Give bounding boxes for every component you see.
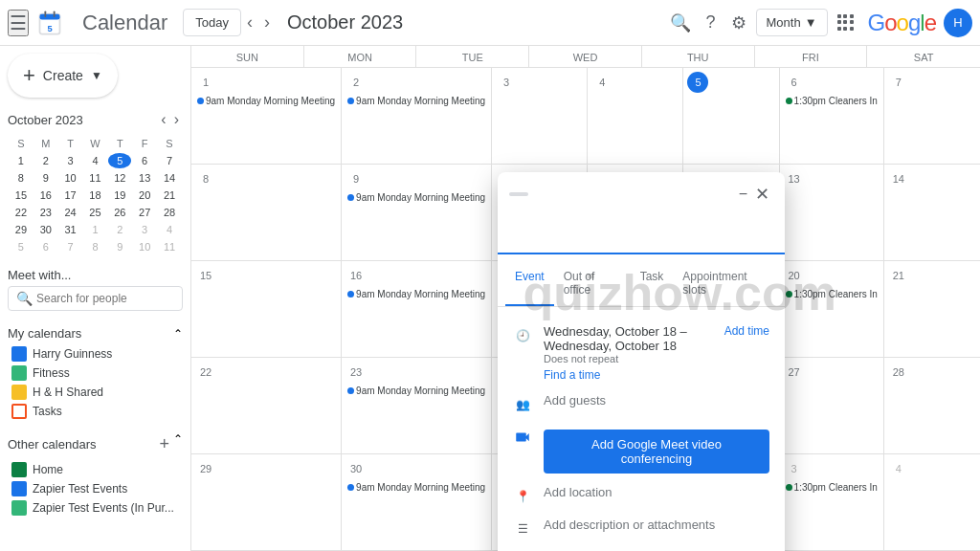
day-number[interactable]: 4 xyxy=(591,72,612,93)
mini-cal-day[interactable]: 21 xyxy=(158,187,181,203)
event-chip[interactable]: 9am Monday Morning Meeting xyxy=(195,95,337,107)
day-number[interactable]: 14 xyxy=(888,168,909,189)
find-time-link[interactable]: Find a time xyxy=(544,368,713,382)
calendar-checkbox[interactable] xyxy=(11,385,27,400)
calendar-day-cell[interactable]: 5 xyxy=(683,68,779,165)
day-number[interactable]: 3 xyxy=(496,72,517,93)
day-number[interactable]: 13 xyxy=(784,168,805,189)
today-button[interactable]: Today xyxy=(183,9,241,36)
calendar-day-cell[interactable]: 19am Monday Morning Meeting xyxy=(191,68,342,165)
mini-cal-day[interactable]: 28 xyxy=(158,205,181,220)
tab-task[interactable]: Task xyxy=(631,262,674,306)
mini-cal-day[interactable]: 15 xyxy=(10,187,33,203)
day-number[interactable]: 5 xyxy=(687,72,708,93)
day-number[interactable]: 15 xyxy=(195,265,216,286)
day-number[interactable]: 8 xyxy=(195,168,216,189)
event-chip[interactable]: 9am Monday Morning Meeting xyxy=(345,191,487,204)
mini-cal-day[interactable]: 2 xyxy=(34,153,57,168)
mini-cal-day[interactable]: 24 xyxy=(59,205,82,220)
day-number[interactable]: 16 xyxy=(345,265,367,286)
mini-cal-day[interactable]: 11 xyxy=(84,170,107,186)
mini-cal-day[interactable]: 5 xyxy=(108,153,131,168)
event-chip[interactable]: 9am Monday Morning Meeting xyxy=(345,288,487,300)
mini-cal-day[interactable]: 22 xyxy=(10,205,33,220)
other-calendars-header[interactable]: Other calendars + ⌃ xyxy=(8,429,183,460)
other-calendar-item[interactable]: Zapier Test Events (In Pur... xyxy=(8,498,183,518)
event-chip[interactable]: 1:30pm Cleaners In xyxy=(784,95,880,107)
calendar-checkbox[interactable] xyxy=(11,365,27,381)
mini-cal-day[interactable]: 5 xyxy=(10,239,33,254)
my-calendar-item[interactable]: Fitness xyxy=(8,364,183,383)
mini-prev-button[interactable]: ‹ xyxy=(157,109,169,130)
mini-cal-day[interactable]: 23 xyxy=(34,205,57,220)
mini-cal-day[interactable]: 30 xyxy=(34,222,57,237)
calendar-day-cell[interactable]: 8 xyxy=(191,165,342,261)
day-number[interactable]: 29 xyxy=(195,458,216,479)
menu-icon-button[interactable]: ☰ xyxy=(8,10,29,36)
mini-cal-day[interactable]: 1 xyxy=(10,153,33,168)
mini-cal-day[interactable]: 8 xyxy=(10,170,33,186)
mini-cal-day[interactable]: 3 xyxy=(133,222,156,237)
mini-cal-day[interactable]: 8 xyxy=(84,239,107,254)
mini-cal-day[interactable]: 4 xyxy=(158,222,181,237)
mini-cal-day[interactable]: 7 xyxy=(158,153,181,168)
location-text[interactable]: Add location xyxy=(544,485,612,499)
day-number[interactable]: 9 xyxy=(345,168,367,189)
dialog-minimize-button[interactable]: − xyxy=(735,182,751,207)
add-time-link[interactable]: Add time xyxy=(724,324,769,338)
mini-cal-day[interactable]: 26 xyxy=(108,205,131,220)
my-calendar-item[interactable]: Harry Guinness xyxy=(8,344,183,364)
calendar-checkbox[interactable] xyxy=(11,462,27,477)
day-number[interactable]: 4 xyxy=(888,458,909,479)
event-chip[interactable]: 1:30pm Cleaners In xyxy=(784,288,880,300)
day-number[interactable]: 30 xyxy=(345,458,367,479)
mini-cal-day[interactable]: 16 xyxy=(34,187,57,203)
calendar-day-cell[interactable]: 4 xyxy=(884,454,980,551)
search-icon-button[interactable]: 🔍 xyxy=(664,7,697,39)
calendar-day-cell[interactable]: 3 xyxy=(492,68,588,165)
mini-cal-day[interactable]: 6 xyxy=(133,153,156,168)
event-title-input[interactable]: Meeting with Deb xyxy=(498,216,785,254)
calendar-day-cell[interactable]: 28 xyxy=(884,358,980,454)
mini-cal-day[interactable]: 14 xyxy=(158,170,181,186)
mini-cal-day[interactable]: 12 xyxy=(108,170,131,186)
mini-cal-day[interactable]: 17 xyxy=(59,187,82,203)
mini-next-button[interactable]: › xyxy=(170,109,183,130)
day-number[interactable]: 2 xyxy=(345,72,367,93)
mini-cal-day[interactable]: 29 xyxy=(10,222,33,237)
calendar-day-cell[interactable]: 309am Monday Morning Meeting xyxy=(342,454,492,551)
mini-cal-day[interactable]: 19 xyxy=(108,187,131,203)
day-number[interactable]: 6 xyxy=(784,72,805,93)
mini-cal-day[interactable]: 3 xyxy=(59,153,82,168)
settings-icon-button[interactable]: ⚙ xyxy=(725,7,752,39)
avatar[interactable]: H xyxy=(944,9,972,37)
next-month-button[interactable]: › xyxy=(258,9,276,36)
day-number[interactable]: 1 xyxy=(195,72,216,93)
repeat-value[interactable]: Does not repeat xyxy=(544,353,713,364)
mini-cal-day[interactable]: 10 xyxy=(133,239,156,254)
create-button[interactable]: + Create ▼ xyxy=(8,54,118,98)
mini-cal-day[interactable]: 25 xyxy=(84,205,107,220)
search-people-input[interactable] xyxy=(36,292,174,305)
my-calendar-item[interactable]: H & H Shared xyxy=(8,383,183,402)
mini-cal-day[interactable]: 31 xyxy=(59,222,82,237)
day-number[interactable]: 7 xyxy=(888,72,909,93)
mini-cal-day[interactable]: 9 xyxy=(108,239,131,254)
calendar-day-cell[interactable]: 14 xyxy=(884,165,980,261)
my-calendar-item[interactable]: Tasks xyxy=(8,402,183,421)
day-number[interactable]: 22 xyxy=(195,362,216,383)
calendar-checkbox[interactable] xyxy=(11,404,27,419)
event-chip[interactable]: 9am Monday Morning Meeting xyxy=(345,481,487,494)
mini-cal-day[interactable]: 2 xyxy=(108,222,131,237)
mini-cal-day[interactable]: 27 xyxy=(133,205,156,220)
tab-event[interactable]: Event xyxy=(505,262,554,306)
add-guests-text[interactable]: Add guests xyxy=(544,393,606,408)
mini-cal-day[interactable]: 18 xyxy=(84,187,107,203)
mini-cal-day[interactable]: 4 xyxy=(84,153,107,168)
apps-icon-button[interactable] xyxy=(837,14,855,32)
calendar-day-cell[interactable]: 61:30pm Cleaners In xyxy=(780,68,884,165)
mini-cal-day[interactable]: 11 xyxy=(158,239,181,254)
date-time-value[interactable]: Wednesday, October 18 – Wednesday, Octob… xyxy=(544,324,713,353)
calendar-day-cell[interactable]: 22 xyxy=(191,358,342,454)
calendar-day-cell[interactable]: 201:30pm Cleaners In xyxy=(780,261,884,358)
